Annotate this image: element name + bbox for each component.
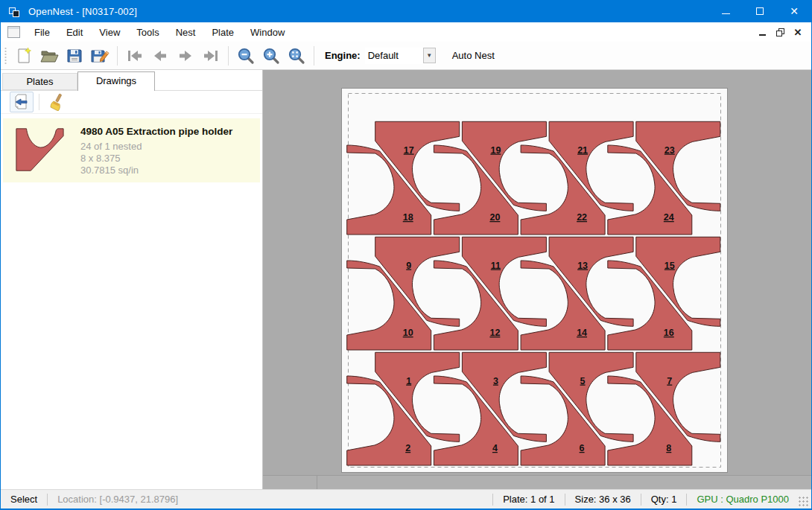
import-drawing-button[interactable]: [10, 92, 34, 112]
menu-file[interactable]: File: [26, 24, 58, 41]
open-icon: [39, 47, 59, 65]
drawing-size: 8 x 8.375: [80, 153, 232, 165]
status-location: Location: [-0.9437, 21.8796]: [48, 494, 188, 505]
status-size: Size: 36 x 36: [565, 494, 641, 505]
engine-label: Engine:: [325, 50, 361, 61]
import-drawing-icon: [13, 93, 31, 111]
nav-first-icon: [126, 49, 144, 63]
toolbar-separator: [39, 94, 39, 110]
part-label: 15: [664, 261, 675, 271]
save-as-button[interactable]: [87, 44, 112, 68]
save-button[interactable]: [62, 44, 87, 68]
window-title: OpenNest - [N0317-002]: [28, 6, 137, 17]
nest-drawing: 171921231820222491113151012141613572468: [342, 89, 727, 472]
part-thumbnail: [10, 124, 69, 176]
minimize-icon: [722, 13, 730, 14]
app-window: OpenNest - [N0317-002] ✕ File Edit View …: [0, 0, 812, 510]
toolbar-separator: [117, 46, 118, 66]
menu-plate[interactable]: Plate: [203, 24, 242, 41]
tab-drawings[interactable]: Drawings: [77, 71, 155, 91]
mdi-minimize-icon: [759, 34, 766, 36]
drawing-area: 30.7815 sq/in: [80, 165, 232, 176]
toolbar-separator: [228, 46, 229, 66]
close-icon: ✕: [790, 6, 799, 16]
status-qty: Qty: 1: [641, 494, 687, 505]
mdi-restore-icon: [776, 28, 784, 36]
new-icon: [15, 47, 33, 65]
nav-first-button[interactable]: [122, 44, 148, 68]
menu-edit[interactable]: Edit: [58, 24, 91, 41]
part-label: 6: [580, 443, 585, 453]
zoom-fit-button[interactable]: [284, 44, 309, 68]
part-label: 1: [406, 376, 411, 386]
part-label: 17: [404, 145, 414, 156]
engine-select[interactable]: Default ▼: [365, 48, 436, 64]
title-bar[interactable]: OpenNest - [N0317-002] ✕: [1, 0, 811, 22]
mdi-minimize-button[interactable]: [753, 25, 771, 39]
status-bar: Select Location: [-0.9437, 21.8796] Plat…: [1, 489, 811, 509]
part-label: 22: [577, 212, 587, 223]
drawings-toolbar: [1, 91, 262, 114]
close-button[interactable]: ✕: [777, 0, 811, 22]
drawing-list-item[interactable]: 4980 A05 Extraction pipe holder 24 of 1 …: [3, 118, 260, 182]
zoom-out-button[interactable]: [233, 44, 258, 68]
chevron-down-icon[interactable]: ▼: [423, 48, 436, 63]
engine-value: Default: [365, 50, 423, 61]
part-label: 4: [492, 443, 498, 453]
mdi-close-icon: ✕: [794, 27, 802, 38]
part-label: 14: [577, 328, 587, 338]
nav-last-button[interactable]: [198, 44, 223, 68]
sidebar-tabstrip: Plates Drawings: [1, 70, 262, 91]
menu-bar: File Edit View Tools Nest Plate Window ✕: [1, 22, 811, 42]
nest-canvas[interactable]: 171921231820222491113151012141613572468: [263, 70, 811, 489]
zoom-in-icon: [262, 47, 280, 65]
menu-nest[interactable]: Nest: [168, 24, 204, 41]
part-label: 9: [406, 261, 411, 271]
resize-grip[interactable]: [799, 497, 809, 507]
part-label: 3: [493, 376, 498, 386]
toolbar-grip[interactable]: [4, 47, 7, 65]
nav-prev-button[interactable]: [148, 44, 173, 68]
new-button[interactable]: [11, 44, 37, 68]
part-label: 5: [580, 376, 586, 386]
auto-nest-button[interactable]: Auto Nest: [448, 47, 499, 64]
status-mode: Select: [1, 494, 47, 505]
tab-plates[interactable]: Plates: [2, 73, 77, 90]
toolbar-separator: [314, 46, 314, 66]
plate-sheet: 171921231820222491113151012141613572468: [341, 88, 728, 473]
part-label: 12: [489, 328, 500, 338]
mdi-restore-button[interactable]: [771, 25, 789, 39]
save-as-icon: [90, 47, 110, 65]
clear-drawings-button[interactable]: [45, 92, 69, 112]
part-label: 20: [489, 212, 500, 223]
part-label: 2: [405, 443, 410, 453]
part-label: 7: [667, 376, 672, 386]
nav-next-button[interactable]: [173, 44, 198, 68]
mdi-close-button[interactable]: ✕: [789, 25, 807, 39]
part-label: 10: [403, 328, 413, 338]
save-icon: [66, 47, 83, 65]
open-button[interactable]: [37, 44, 62, 68]
horizontal-scrollbar[interactable]: [263, 475, 811, 489]
part-label: 18: [403, 212, 413, 223]
main-toolbar: Engine: Default ▼ Auto Nest: [1, 42, 811, 70]
nav-next-icon: [177, 49, 194, 63]
part-label: 21: [577, 145, 588, 156]
part-label: 13: [577, 261, 588, 271]
drawing-title: 4980 A05 Extraction pipe holder: [80, 126, 232, 137]
part-label: 8: [666, 443, 671, 453]
part-label: 16: [664, 328, 674, 338]
menu-window[interactable]: Window: [242, 24, 293, 41]
part-label: 11: [491, 261, 501, 271]
nav-last-icon: [202, 49, 220, 63]
sidebar: Plates Drawings: [1, 70, 263, 489]
status-gpu: GPU : Quadro P1000: [687, 494, 799, 505]
zoom-in-button[interactable]: [258, 44, 284, 68]
mdi-document-icon[interactable]: [7, 26, 20, 38]
nav-prev-icon: [151, 49, 169, 63]
maximize-button[interactable]: [743, 0, 777, 22]
menu-view[interactable]: View: [91, 24, 128, 41]
menu-tools[interactable]: Tools: [128, 24, 167, 41]
zoom-out-icon: [237, 47, 255, 65]
minimize-button[interactable]: [708, 0, 743, 22]
